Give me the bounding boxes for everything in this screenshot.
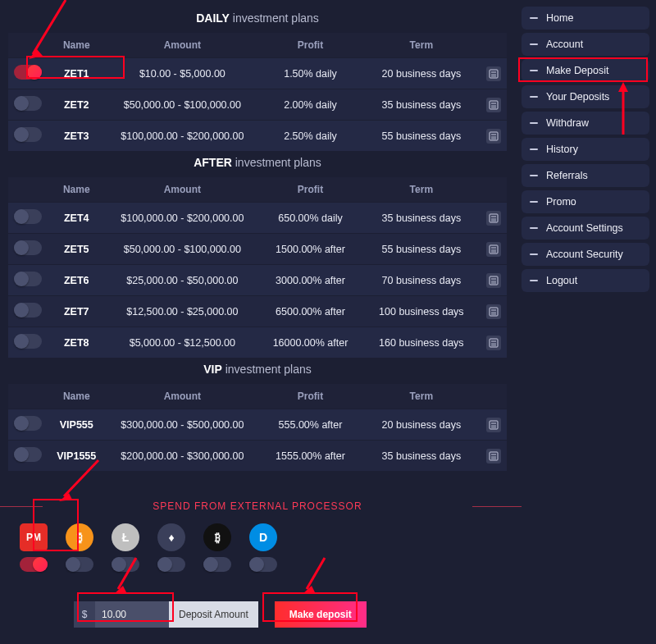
plan-amount: $5,000.00 - $12,500.00 [106,327,259,359]
svg-point-12 [495,105,497,107]
col-header-name: Name [48,33,106,58]
sidebar-item[interactable]: Promo [522,190,649,213]
ltc-icon[interactable]: Ł [112,523,139,551]
calculator-icon[interactable] [486,304,501,319]
minus-icon [530,227,538,229]
plan-profit: 555.00% after [259,409,362,441]
processor-dash: D [249,523,277,572]
processor-toggle[interactable] [20,557,48,572]
plan-term: 70 business days [362,265,481,296]
processor-eth: ♦ [157,523,185,572]
col-header-amount: Amount [106,33,259,58]
plan-amount: $300,000.00 - $500,000.00 [106,409,259,441]
plan-toggle[interactable] [14,416,42,431]
pm-icon[interactable]: PM [20,523,48,551]
plan-term: 55 business days [362,121,481,152]
svg-point-55 [495,313,497,315]
plan-profit: 1500.00% after [259,234,362,265]
sidebar-item[interactable]: Account Security [522,243,649,266]
plan-section-title-thin: investment plans [233,11,319,25]
calculator-icon[interactable] [486,273,501,288]
sidebar-item-label: Make Deposit [546,65,608,76]
plan-toggle[interactable] [14,65,42,80]
calculator-icon[interactable] [486,242,501,257]
svg-point-28 [495,218,497,220]
sidebar-item[interactable]: Account Settings [522,217,649,240]
calculator-icon[interactable] [486,66,501,81]
eth-icon[interactable]: ♦ [157,523,185,551]
svg-point-21 [492,138,494,139]
svg-point-61 [492,345,494,346]
svg-point-67 [494,425,495,427]
svg-point-44 [495,281,497,282]
currency-symbol: $ [74,601,95,628]
processor-toggle[interactable] [112,557,139,572]
sidebar-item-label: History [546,144,578,155]
calculator-icon[interactable] [486,129,501,144]
bch-icon[interactable]: ₿ [203,523,231,551]
plan-name: ZET3 [48,121,106,152]
deposit-row: $ Deposit Amount Make deposit [8,601,507,628]
sidebar-item[interactable]: History [522,138,649,161]
plan-toggle[interactable] [14,209,42,224]
plan-name: VIP555 [48,409,106,441]
processor-toggle[interactable] [66,557,93,572]
deposit-amount-input[interactable] [95,601,169,628]
sidebar-item[interactable]: Referrals [522,164,649,187]
calculator-icon[interactable] [486,211,501,226]
dash-icon[interactable]: D [249,523,277,551]
plan-toggle[interactable] [14,240,42,255]
svg-point-51 [494,312,495,313]
calculator-icon[interactable] [486,98,501,112]
svg-point-58 [492,343,494,345]
col-header-profit: Profit [259,177,362,203]
sections-host: DAILY investment plans Name Amount Profi… [8,7,507,471]
plan-toggle[interactable] [14,127,42,142]
plan-toggle[interactable] [14,272,42,286]
sidebar-item[interactable]: Withdraw [522,112,649,135]
svg-point-47 [495,282,497,284]
processor-toggle[interactable] [157,557,185,572]
col-header-amount: Amount [106,177,259,203]
plan-toggle[interactable] [14,447,42,462]
make-deposit-button[interactable]: Make deposit [275,601,367,628]
calculator-icon[interactable] [486,449,501,464]
svg-point-23 [495,138,497,139]
plan-toggle[interactable] [14,303,42,317]
sidebar-item[interactable]: Account [522,33,649,56]
plan-term: 35 business days [362,203,481,234]
plan-name: ZET2 [48,89,106,121]
calculator-icon[interactable] [486,336,501,350]
plan-section-title-bold: VIP [203,363,222,376]
sidebar: HomeAccountMake DepositYour DepositsWith… [515,0,656,644]
sidebar-item[interactable]: Your Deposits [522,85,649,108]
svg-point-14 [494,107,495,108]
plan-name: ZET8 [48,327,106,359]
calculator-icon[interactable] [486,418,501,432]
sidebar-item-label: Account Settings [546,222,623,234]
sidebar-item[interactable]: Home [522,7,649,30]
svg-point-78 [494,458,495,459]
btc-icon[interactable]: ₿ [66,523,93,551]
plan-profit: 1.50% daily [259,58,362,89]
main-panel: DAILY investment plans Name Amount Profi… [0,0,515,644]
plan-toggle[interactable] [14,334,42,349]
svg-point-53 [492,313,494,315]
svg-point-60 [495,343,497,345]
processor-toggle[interactable] [249,557,277,572]
svg-point-11 [494,105,495,107]
minus-icon [530,175,538,176]
svg-point-39 [495,251,497,253]
processor-pm: PM [20,523,48,572]
processor-toggle[interactable] [203,557,231,572]
plan-amount: $25,000.00 - $50,000.00 [106,265,259,296]
minus-icon [530,148,538,150]
plan-term: 35 business days [362,441,481,472]
processor-btc: ₿ [66,523,93,572]
svg-point-75 [494,456,495,458]
sidebar-item[interactable]: Logout [522,269,649,292]
svg-point-76 [495,456,497,458]
sidebar-item[interactable]: Make Deposit [522,59,649,82]
plan-toggle[interactable] [14,96,42,111]
minus-icon [530,96,538,98]
